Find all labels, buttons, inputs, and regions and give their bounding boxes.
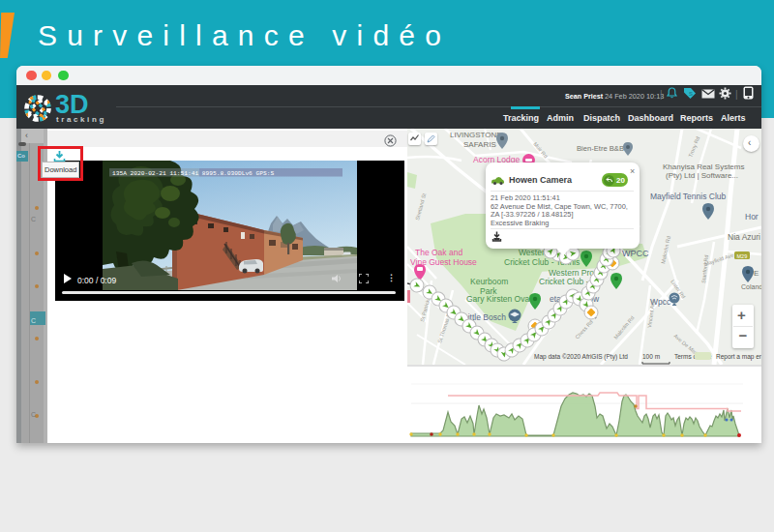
svg-text:Nia Azuri: Nia Azuri	[728, 232, 760, 242]
svg-text:SAFARIS: SAFARIS	[463, 140, 496, 149]
svg-text:Map data ©2020 AfriGIS (Pty) L: Map data ©2020 AfriGIS (Pty) Ltd	[534, 353, 628, 361]
svg-text:Coland: Coland	[741, 283, 761, 290]
svg-text:Mayfield Tennis Club: Mayfield Tennis Club	[650, 192, 727, 201]
svg-text:M29: M29	[737, 253, 748, 259]
svg-text:Bien-Etre B&B: Bien-Etre B&B	[577, 144, 624, 153]
svg-text:WPCC: WPCC	[622, 249, 649, 258]
svg-text:100 m: 100 m	[642, 353, 660, 360]
svg-text:(Pty) Ltd | Software...: (Pty) Ltd | Software...	[666, 171, 738, 180]
svg-text:LIVINGSTONE: LIVINGSTONE	[450, 131, 502, 139]
svg-text:Hor: Hor	[745, 212, 759, 222]
svg-text:Report a map error: Report a map error	[716, 353, 761, 361]
svg-text:The Oak and: The Oak and	[415, 248, 462, 257]
svg-text:Keurboom: Keurboom	[470, 277, 508, 286]
svg-text:E: E	[754, 269, 759, 278]
svg-text:Khanyisa Real Systems: Khanyisa Real Systems	[663, 163, 744, 171]
svg-text:S: S	[689, 91, 693, 97]
svg-text:Gary Kirsten Oval: Gary Kirsten Oval	[466, 294, 531, 304]
svg-text:135A 2020-02-21 11:51:41 8995.: 135A 2020-02-21 11:51:41 8995.8.030DLv6 …	[112, 170, 274, 177]
